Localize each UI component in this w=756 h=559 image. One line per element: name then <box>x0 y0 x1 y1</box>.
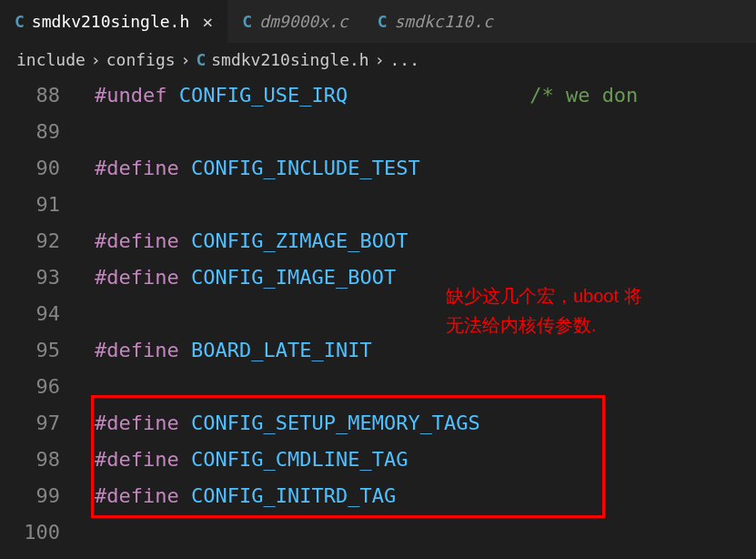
tab-bar: C smdkv210single.h × C dm9000x.c C smdkc… <box>0 0 756 43</box>
code-content: #undef CONFIG_USE_IRQ/* we don <box>82 84 638 107</box>
line-number: 100 <box>0 521 82 544</box>
chevron-right-icon: › <box>91 50 101 69</box>
code-content: #define CONFIG_ZIMAGE_BOOT <box>82 229 408 252</box>
annotation-text: 缺少这几个宏，uboot 将 无法给内核传参数. <box>446 281 642 340</box>
tab-dm9000x[interactable]: C dm9000x.c <box>227 0 362 43</box>
code-line[interactable]: 91 <box>0 186 756 222</box>
line-number: 93 <box>0 266 82 289</box>
code-line[interactable]: 100 <box>0 513 756 550</box>
code-line[interactable]: 93 #define CONFIG_IMAGE_BOOT <box>0 259 756 295</box>
code-line[interactable]: 98 #define CONFIG_CMDLINE_TAG <box>0 441 756 477</box>
code-content: #define CONFIG_SETUP_MEMORY_TAGS <box>82 412 480 434</box>
breadcrumb-part[interactable]: configs <box>106 50 176 69</box>
line-number: 91 <box>0 193 82 216</box>
line-number: 95 <box>0 339 82 361</box>
line-number: 97 <box>0 412 82 434</box>
chevron-right-icon: › <box>181 50 191 69</box>
line-number: 92 <box>0 229 82 252</box>
breadcrumb-part[interactable]: include <box>16 50 86 69</box>
tab-label: smdkc110.c <box>395 12 493 31</box>
line-number: 94 <box>0 302 82 325</box>
tab-label: smdkv210single.h <box>32 12 189 31</box>
code-line[interactable]: 90 #define CONFIG_INCLUDE_TEST <box>0 149 756 186</box>
breadcrumb-file[interactable]: smdkv210single.h <box>211 50 368 69</box>
code-content: #define CONFIG_INITRD_TAG <box>82 484 396 507</box>
line-number: 99 <box>0 484 82 507</box>
code-line[interactable]: 96 <box>0 368 756 404</box>
code-line[interactable]: 94 <box>0 295 756 331</box>
line-number: 89 <box>0 120 82 143</box>
code-content: #define BOARD_LATE_INIT <box>82 339 372 361</box>
c-file-icon: C <box>242 12 252 31</box>
line-number: 98 <box>0 448 82 471</box>
c-file-icon: C <box>378 12 388 31</box>
code-line[interactable]: 95 #define BOARD_LATE_INIT <box>0 331 756 368</box>
chevron-right-icon: › <box>375 50 385 69</box>
line-number: 90 <box>0 157 82 179</box>
breadcrumb-more[interactable]: ... <box>389 50 419 69</box>
code-editor[interactable]: 88 #undef CONFIG_USE_IRQ/* we don 89 90 … <box>0 76 756 550</box>
code-line[interactable]: 88 #undef CONFIG_USE_IRQ/* we don <box>0 76 756 113</box>
line-number: 96 <box>0 375 82 398</box>
c-file-icon: C <box>15 12 25 31</box>
code-line[interactable]: 92 #define CONFIG_ZIMAGE_BOOT <box>0 222 756 259</box>
code-content: #define CONFIG_CMDLINE_TAG <box>82 448 408 471</box>
line-number: 88 <box>0 84 82 107</box>
code-content: #define CONFIG_IMAGE_BOOT <box>82 266 396 289</box>
c-file-icon: C <box>196 50 206 69</box>
breadcrumb[interactable]: include › configs › C smdkv210single.h ›… <box>0 43 756 76</box>
tab-smdkc110[interactable]: C smdkc110.c <box>363 0 508 43</box>
tab-label: dm9000x.c <box>259 12 348 31</box>
code-content: #define CONFIG_INCLUDE_TEST <box>82 157 420 179</box>
code-line[interactable]: 99 #define CONFIG_INITRD_TAG <box>0 477 756 513</box>
close-icon[interactable]: × <box>202 11 213 33</box>
code-line[interactable]: 97 #define CONFIG_SETUP_MEMORY_TAGS <box>0 404 756 441</box>
tab-smdkv210single[interactable]: C smdkv210single.h × <box>0 0 227 43</box>
code-line[interactable]: 89 <box>0 113 756 149</box>
